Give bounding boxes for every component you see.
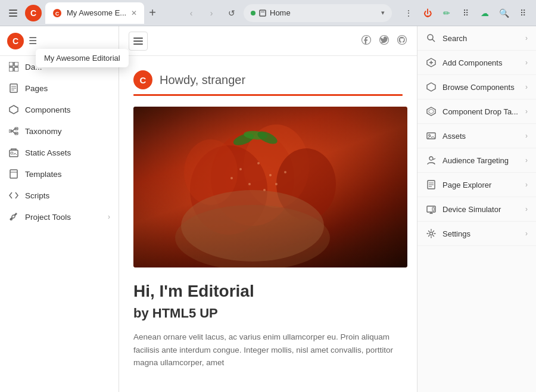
rp-browse-components-label: Browse Components	[442, 83, 519, 92]
chrome-right-icons: ⋮ ⏻ ✏ ⠿ ☁ 🔍 ⠿	[400, 5, 531, 21]
rp-assets-label: Assets	[442, 132, 519, 141]
article-paragraph: Aenean ornare velit lacus, ac varius eni…	[133, 331, 403, 369]
dashboard-icon	[8, 62, 19, 71]
sidebar-item-project-tools[interactable]: Project Tools ›	[0, 206, 119, 228]
active-tab[interactable]: C My Awesome E... ✕	[45, 2, 144, 24]
rp-assets-arrow: ›	[525, 132, 528, 140]
project-tools-label: Project Tools	[25, 213, 102, 222]
rp-component-drop-label: Component Drop Ta...	[442, 107, 519, 116]
rp-search-arrow: ›	[525, 34, 528, 42]
rp-page-explorer-arrow: ›	[525, 181, 528, 189]
sidebar-item-components[interactable]: Components ⋮	[0, 99, 119, 120]
svg-point-35	[248, 183, 251, 185]
device-simulator-icon	[426, 204, 437, 214]
hamburger-line-1	[133, 38, 143, 39]
sidebar-toggle-button[interactable]: ☰	[29, 35, 37, 46]
hamburger-line-3	[133, 43, 143, 45]
search-button[interactable]: 🔍	[496, 5, 512, 21]
svg-marker-50	[427, 83, 435, 91]
chrome-menu-button[interactable]	[5, 5, 21, 21]
rp-search-label: Search	[442, 34, 519, 43]
twitter-icon[interactable]	[379, 35, 389, 48]
taxonomy-icon	[8, 126, 19, 136]
app-favicon: C	[25, 5, 42, 21]
sidebar-item-scripts[interactable]: Scripts ⋮	[0, 185, 119, 206]
editorial-header: C Howdy, stranger	[133, 70, 403, 89]
rp-item-device-simulator[interactable]: Device Simulator ›	[417, 197, 536, 222]
tab-close-button[interactable]: ✕	[131, 9, 137, 17]
sidebar-item-taxonomy[interactable]: Taxonomy ⋮	[0, 120, 119, 142]
red-separator	[133, 94, 403, 96]
chrome-more-button[interactable]: ⋮	[400, 5, 417, 21]
project-tools-icon	[8, 212, 19, 222]
hamburger-button[interactable]	[129, 32, 148, 51]
svg-rect-1	[9, 13, 17, 14]
editorial-greeting: Howdy, stranger	[160, 73, 245, 87]
extensions-icon[interactable]: ⠿	[515, 5, 531, 21]
tab-bar: C My Awesome E... ✕ +	[45, 2, 179, 24]
sidebar: C ☰ My Awesome Editorial Da... ⋮ Pages ⋮	[0, 26, 119, 392]
sidebar-header: C ☰ My Awesome Editorial	[0, 26, 119, 56]
address-bar[interactable]: Home ▾	[244, 4, 392, 22]
main-content: C Howdy, stranger	[119, 26, 417, 392]
svg-point-44	[175, 205, 330, 267]
article-h2: by HTML5 UP	[133, 306, 403, 321]
new-tab-button[interactable]: +	[144, 5, 161, 21]
reload-button[interactable]: ↺	[223, 5, 240, 21]
svg-rect-65	[432, 207, 434, 211]
power-icon[interactable]: ⏻	[419, 5, 436, 21]
apps-icon[interactable]: ⠿	[457, 5, 474, 21]
svg-rect-9	[9, 67, 13, 71]
rp-item-search[interactable]: Search ›	[417, 26, 536, 51]
rp-item-add-components[interactable]: Add Components ›	[417, 51, 536, 75]
svg-point-66	[430, 232, 433, 235]
app-body: C ☰ My Awesome Editorial Da... ⋮ Pages ⋮	[0, 26, 536, 392]
svg-marker-15	[10, 105, 18, 114]
components-label: Components	[25, 105, 96, 114]
rp-add-components-label: Add Components	[442, 58, 519, 67]
pages-icon	[8, 83, 19, 93]
svg-text:C: C	[55, 11, 60, 17]
hero-image-inner	[133, 107, 407, 267]
sidebar-item-static-assets[interactable]: Static Assets ⋮	[0, 142, 119, 163]
svg-rect-2	[9, 15, 17, 17]
content-body: C Howdy, stranger	[119, 56, 417, 384]
back-button[interactable]: ‹	[183, 5, 200, 21]
rp-page-explorer-label: Page Explorer	[442, 181, 519, 189]
sidebar-item-pages[interactable]: Pages ⋮	[0, 77, 119, 99]
component-drop-icon	[426, 107, 437, 116]
tab-favicon: C	[52, 8, 62, 18]
rp-item-assets[interactable]: Assets ›	[417, 124, 536, 148]
svg-point-20	[11, 152, 13, 154]
rp-device-simulator-arrow: ›	[525, 205, 528, 213]
tab-title: My Awesome E...	[67, 8, 126, 17]
rp-item-settings[interactable]: Settings ›	[417, 222, 536, 246]
rp-item-browse-components[interactable]: Browse Components ›	[417, 75, 536, 99]
forward-button[interactable]: ›	[203, 5, 220, 21]
facebook-icon[interactable]	[361, 35, 372, 48]
hero-image	[133, 107, 407, 267]
hamburger-line-2	[133, 41, 143, 42]
scripts-icon	[8, 191, 19, 200]
right-panel: Search › Add Components › Browse Compone…	[417, 26, 536, 392]
add-components-icon	[426, 58, 437, 67]
svg-rect-21	[10, 170, 17, 178]
sidebar-item-templates[interactable]: Templates ⋮	[0, 163, 119, 185]
static-assets-label: Static Assets	[25, 148, 96, 157]
browse-components-icon	[426, 82, 437, 92]
chrome-tab-bar: C C My Awesome E... ✕ + ‹ › ↺ Home ▾ ⋮ ⏻…	[0, 0, 536, 26]
svg-rect-8	[14, 62, 18, 66]
edit-icon[interactable]: ✏	[438, 5, 455, 21]
svg-line-46	[432, 39, 435, 42]
svg-point-45	[428, 35, 433, 40]
svg-point-33	[257, 162, 260, 164]
github-icon[interactable]	[397, 35, 407, 48]
assets-icon	[426, 131, 437, 141]
rp-item-component-drop[interactable]: Component Drop Ta... ›	[417, 99, 536, 124]
address-dropdown-icon[interactable]: ▾	[381, 9, 385, 17]
sync-icon[interactable]: ☁	[476, 5, 493, 21]
rp-item-page-explorer[interactable]: Page Explorer ›	[417, 173, 536, 197]
sidebar-nav: Da... ⋮ Pages ⋮ Components ⋮	[0, 56, 119, 392]
svg-rect-0	[9, 10, 17, 11]
rp-item-audience-targeting[interactable]: Audience Targeting ›	[417, 148, 536, 173]
